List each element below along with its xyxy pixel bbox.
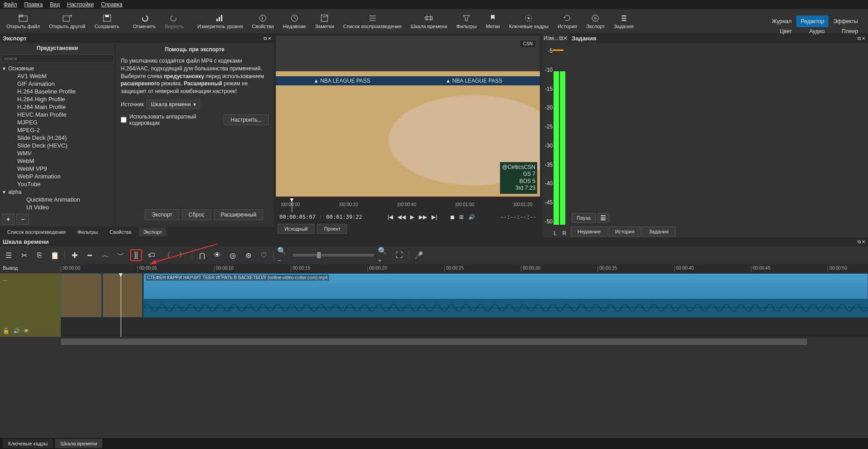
history-button[interactable]: История bbox=[553, 12, 582, 31]
timeline-playhead[interactable] bbox=[121, 273, 121, 337]
menu-file[interactable]: Файл bbox=[4, 1, 17, 8]
mute-icon[interactable]: 🔊 bbox=[13, 328, 20, 334]
btab-filters[interactable]: Фильтры bbox=[73, 227, 103, 237]
ripple-markers-icon[interactable]: ♡ bbox=[258, 249, 270, 261]
tab-color[interactable]: Цвет bbox=[775, 25, 797, 37]
menu-settings[interactable]: Настройки bbox=[67, 1, 94, 8]
grid-icon[interactable]: ⊞ bbox=[459, 214, 464, 220]
menu-edit[interactable]: Правка bbox=[25, 1, 43, 8]
prev-marker-icon[interactable]: 〈 bbox=[161, 249, 173, 261]
preset-item[interactable]: Ut Video bbox=[1, 203, 114, 211]
video-preview[interactable]: ▲ NBA LEAGUE PASS▲ NBA LEAGUE PASS CSN @… bbox=[276, 36, 540, 197]
btab-timeline[interactable]: Шкала времени bbox=[55, 439, 103, 448]
preset-item[interactable]: Quicktime Animation bbox=[1, 196, 114, 203]
preset-item[interactable]: H.264 High Profile bbox=[1, 95, 114, 103]
rewind-icon[interactable]: ◀◀ bbox=[397, 214, 406, 220]
btab-export[interactable]: Экспорт bbox=[139, 227, 167, 237]
marker-add-icon[interactable]: 🏷 bbox=[146, 249, 157, 261]
btab-keyframes[interactable]: Ключевые кадры bbox=[3, 439, 53, 448]
lock-icon[interactable]: 🔓 bbox=[3, 328, 10, 334]
skip-start-icon[interactable]: |◀ bbox=[387, 214, 393, 220]
export-button[interactable]: Экспорт bbox=[582, 12, 609, 31]
record-audio-icon[interactable]: 🎤 bbox=[413, 249, 425, 261]
ripple-icon[interactable]: ◎ bbox=[227, 249, 239, 261]
jobs-history-tab[interactable]: История bbox=[608, 227, 642, 237]
menu-help[interactable]: Справка bbox=[101, 1, 123, 8]
clip-thumb-1[interactable] bbox=[61, 273, 102, 317]
fast-forward-icon[interactable]: ▶▶ bbox=[419, 214, 427, 220]
panel-close-icon[interactable]: ✕ bbox=[268, 36, 271, 41]
export-source-select[interactable]: Шкала времени▾ bbox=[147, 100, 200, 109]
zoom-fit-icon[interactable]: ◼ bbox=[450, 214, 455, 220]
properties-button[interactable]: iСвойства bbox=[247, 12, 278, 31]
tab-audio[interactable]: Аудио bbox=[804, 25, 829, 37]
preset-item[interactable]: WMV bbox=[1, 149, 114, 157]
panel-detach-icon[interactable]: ⧉ bbox=[264, 36, 267, 41]
track-body[interactable]: СТЕФЕН КАРРИ НАУЧИТ ТЕБЯ ИГРАТЬ В БАСКЕТ… bbox=[61, 273, 868, 337]
save-button[interactable]: Сохранить bbox=[90, 12, 124, 31]
zoom-out-icon[interactable]: 🔍₋ bbox=[277, 249, 289, 261]
timeline-scrollbar[interactable] bbox=[61, 339, 807, 345]
jobs-button[interactable]: Задания bbox=[609, 12, 638, 31]
menu-view[interactable]: Вид bbox=[50, 1, 60, 8]
split-icon[interactable]: ][ bbox=[130, 249, 142, 261]
markers-button[interactable]: Метки bbox=[481, 12, 505, 31]
advanced-button[interactable]: Расширенный bbox=[214, 209, 263, 220]
preset-add-button[interactable]: + bbox=[2, 214, 15, 225]
menu-icon[interactable]: ☰ bbox=[3, 249, 15, 261]
preset-group-main[interactable]: ▾Основные bbox=[1, 64, 114, 72]
keyframes-button[interactable]: Ключевые кадры bbox=[505, 12, 553, 31]
preset-item[interactable]: WebP Animation bbox=[1, 173, 114, 180]
level-meter-button[interactable]: Измеритель уровня bbox=[193, 12, 247, 31]
pause-button[interactable]: Пауза bbox=[572, 213, 596, 223]
tab-player[interactable]: Плеер bbox=[837, 25, 863, 37]
preset-item[interactable]: WebM bbox=[1, 157, 114, 165]
source-tab[interactable]: Исходный bbox=[278, 224, 314, 234]
zoom-slider[interactable] bbox=[293, 254, 374, 257]
preset-item[interactable]: YouTube bbox=[1, 180, 114, 188]
playhead-marker[interactable] bbox=[292, 198, 292, 212]
meter-close-icon[interactable]: ⧉✕ bbox=[559, 35, 567, 41]
open-file-button[interactable]: Открыть файл bbox=[2, 12, 44, 31]
video-clip[interactable]: СТЕФЕН КАРРИ НАУЧИТ ТЕБЯ ИГРАТЬ В БАСКЕТ… bbox=[143, 273, 868, 317]
preset-item[interactable]: H.264 Baseline Profile bbox=[1, 88, 114, 95]
recent-button[interactable]: Недавние bbox=[279, 12, 311, 31]
preset-group-alpha[interactable]: ▾alpha bbox=[1, 188, 114, 196]
preset-item[interactable]: MJPEG bbox=[1, 118, 114, 126]
filters-button[interactable]: Фильтры bbox=[452, 12, 481, 31]
preset-item[interactable]: WebM VP9 bbox=[1, 165, 114, 173]
preset-item[interactable]: MPEG-2 bbox=[1, 126, 114, 134]
project-tab[interactable]: Проект bbox=[317, 224, 347, 234]
skip-end-icon[interactable]: ▶| bbox=[432, 214, 437, 220]
configure-button[interactable]: Настроить... bbox=[224, 114, 269, 125]
preset-item[interactable]: Slide Deck (H.264) bbox=[1, 134, 114, 142]
volume-icon[interactable]: 🔊 bbox=[468, 214, 475, 220]
paste-icon[interactable]: 📋 bbox=[49, 249, 61, 261]
add-icon[interactable]: ✚ bbox=[69, 249, 80, 261]
jobs-recent-tab[interactable]: Недавние bbox=[571, 227, 608, 237]
player-scrubber[interactable]: |00:00:00|00:00:20|00:00:40|00:01:00|00:… bbox=[276, 198, 540, 212]
preset-tree[interactable]: ▾Основные AV1 WebMGIF AnimationH.264 Bas… bbox=[0, 64, 115, 212]
clip-thumb-2[interactable] bbox=[103, 273, 142, 317]
preset-item[interactable]: GIF Animation bbox=[1, 80, 114, 88]
preset-item[interactable]: H.264 Main Profile bbox=[1, 103, 114, 111]
preset-item[interactable]: AV1 WebM bbox=[1, 72, 114, 80]
hw-encoder-checkbox[interactable] bbox=[121, 117, 127, 123]
copy-icon[interactable]: ⎘ bbox=[34, 249, 45, 261]
snap-icon[interactable]: ⋂ bbox=[196, 249, 208, 261]
jobs-menu-button[interactable]: ☰ bbox=[598, 213, 609, 223]
open-other-button[interactable]: +Открыть другой bbox=[44, 12, 90, 31]
scrub-icon[interactable]: 👁 bbox=[211, 249, 223, 261]
undo-button[interactable]: Отменить bbox=[128, 12, 160, 31]
panel-detach-icon[interactable]: ⧉ bbox=[858, 239, 861, 245]
overwrite-icon[interactable]: ﹀ bbox=[115, 249, 127, 261]
preset-remove-button[interactable]: − bbox=[16, 214, 29, 225]
timeline-button[interactable]: Шкала времени bbox=[406, 12, 452, 31]
jobs-jobs-tab[interactable]: Задания bbox=[642, 227, 675, 237]
zoom-fit-icon[interactable]: ⛶ bbox=[393, 249, 405, 261]
timeline-ruler[interactable]: 00:00:0000:00:0500:00:1000:00:1500:00:20… bbox=[61, 264, 868, 273]
hide-icon[interactable]: 👁 bbox=[24, 328, 29, 334]
preset-item[interactable]: Slide Deck (HEVC) bbox=[1, 142, 114, 149]
lift-icon[interactable]: ︿ bbox=[99, 249, 111, 261]
panel-close-icon[interactable]: ✕ bbox=[862, 239, 865, 245]
